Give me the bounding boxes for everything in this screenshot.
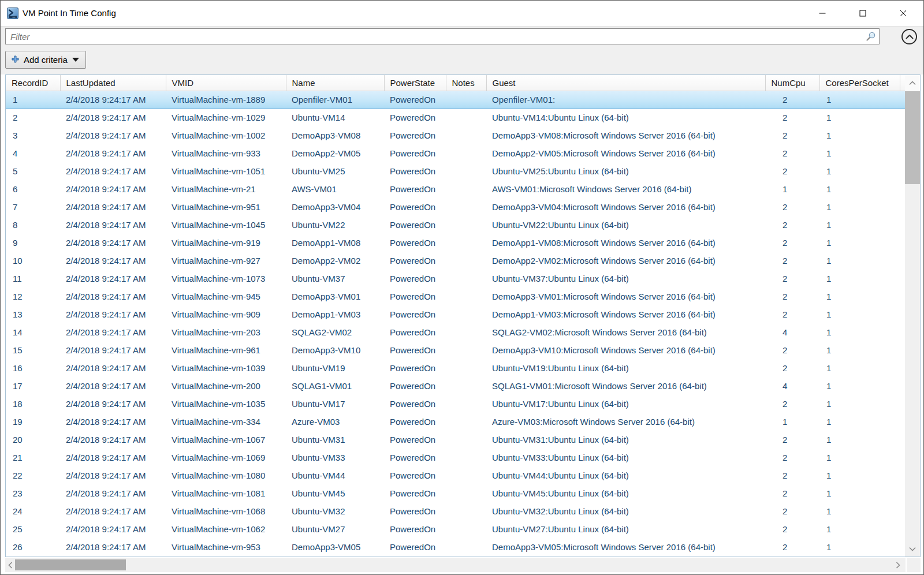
column-header-filler <box>900 75 905 91</box>
scroll-left-button[interactable] <box>5 558 16 572</box>
horizontal-scrollbar[interactable] <box>5 558 921 572</box>
table-row[interactable]: 42/4/2018 9:24:17 AMVirtualMachine-vm-93… <box>6 144 905 162</box>
table-row[interactable]: 112/4/2018 9:24:17 AMVirtualMachine-vm-1… <box>6 270 905 288</box>
cell-filler <box>900 305 905 323</box>
cell-LastUpdated: 2/4/2018 9:24:17 AM <box>60 91 166 109</box>
scroll-right-button[interactable] <box>893 558 903 572</box>
cell-filler <box>900 449 905 466</box>
cell-Name: Ubuntu-VM14 <box>286 109 384 126</box>
chevron-left-icon <box>8 562 13 569</box>
cell-LastUpdated: 2/4/2018 9:24:17 AM <box>60 234 166 252</box>
table-row[interactable]: 182/4/2018 9:24:17 AMVirtualMachine-vm-1… <box>6 395 905 413</box>
cell-filler <box>900 341 905 359</box>
table-row[interactable]: 192/4/2018 9:24:17 AMVirtualMachine-vm-3… <box>6 413 905 431</box>
cell-NumCpu: 2 <box>765 305 819 323</box>
cell-NumCpu: 2 <box>765 126 819 144</box>
close-button[interactable] <box>883 1 923 26</box>
column-header-NumCpu[interactable]: NumCpu <box>765 75 819 91</box>
horizontal-scrollbar-thumb[interactable] <box>15 559 126 570</box>
table-row[interactable]: 82/4/2018 9:24:17 AMVirtualMachine-vm-10… <box>6 216 905 234</box>
cell-VMID: VirtualMachine-vm-1029 <box>166 109 286 126</box>
column-header-Guest[interactable]: Guest <box>486 75 765 91</box>
filter-toolbar: Add criteria <box>1 26 923 74</box>
table-row[interactable]: 142/4/2018 9:24:17 AMVirtualMachine-vm-2… <box>6 323 905 341</box>
cell-RecordID: 9 <box>6 234 60 252</box>
table-row[interactable]: 232/4/2018 9:24:17 AMVirtualMachine-vm-1… <box>6 484 905 502</box>
cell-Name: DemoApp3-VM01 <box>286 288 384 305</box>
table-row[interactable]: 172/4/2018 9:24:17 AMVirtualMachine-vm-2… <box>6 377 905 395</box>
cell-Guest: Ubuntu-VM44:Ubuntu Linux (64-bit) <box>486 466 765 484</box>
scroll-up-button[interactable] <box>905 75 920 91</box>
cell-VMID: VirtualMachine-vm-945 <box>166 288 286 305</box>
column-header-RecordID[interactable]: RecordID <box>6 75 60 91</box>
cell-NumCpu: 2 <box>765 270 819 288</box>
column-header-Name[interactable]: Name <box>286 75 384 91</box>
cell-RecordID: 22 <box>6 466 60 484</box>
titlebar: VM Point In Time Config <box>1 1 923 26</box>
cell-LastUpdated: 2/4/2018 9:24:17 AM <box>60 377 166 395</box>
cell-LastUpdated: 2/4/2018 9:24:17 AM <box>60 520 166 538</box>
cell-VMID: VirtualMachine-vm-1002 <box>166 126 286 144</box>
table-row[interactable]: 32/4/2018 9:24:17 AMVirtualMachine-vm-10… <box>6 126 905 144</box>
collapse-criteria-button[interactable] <box>901 29 917 44</box>
cell-RecordID: 20 <box>6 431 60 449</box>
cell-filler <box>900 538 905 556</box>
table-row[interactable]: 12/4/2018 9:24:17 AMVirtualMachine-vm-18… <box>6 91 905 109</box>
cell-NumCpu: 4 <box>765 377 819 395</box>
vertical-scrollbar-track[interactable] <box>905 91 920 542</box>
table-row[interactable]: 262/4/2018 9:24:17 AMVirtualMachine-vm-9… <box>6 538 905 556</box>
cell-VMID: VirtualMachine-vm-953 <box>166 538 286 556</box>
scroll-down-button[interactable] <box>905 542 920 557</box>
column-header-LastUpdated[interactable]: LastUpdated <box>60 75 166 91</box>
window-title: VM Point In Time Config <box>23 8 116 18</box>
table-row[interactable]: 102/4/2018 9:24:17 AMVirtualMachine-vm-9… <box>6 252 905 270</box>
column-header-PowerState[interactable]: PowerState <box>384 75 446 91</box>
cell-PowerState: PoweredOn <box>384 484 446 502</box>
cell-PowerState: PoweredOn <box>384 234 446 252</box>
cell-RecordID: 24 <box>6 502 60 520</box>
cell-Notes <box>446 144 486 162</box>
maximize-button[interactable] <box>843 1 883 26</box>
table-row[interactable]: 122/4/2018 9:24:17 AMVirtualMachine-vm-9… <box>6 288 905 305</box>
table-row[interactable]: 92/4/2018 9:24:17 AMVirtualMachine-vm-91… <box>6 234 905 252</box>
add-criteria-button[interactable]: Add criteria <box>5 51 86 69</box>
table-row[interactable]: 72/4/2018 9:24:17 AMVirtualMachine-vm-95… <box>6 198 905 216</box>
cell-VMID: VirtualMachine-vm-1067 <box>166 431 286 449</box>
table-row[interactable]: 132/4/2018 9:24:17 AMVirtualMachine-vm-9… <box>6 305 905 323</box>
table-row[interactable]: 252/4/2018 9:24:17 AMVirtualMachine-vm-1… <box>6 520 905 538</box>
table-row[interactable]: 222/4/2018 9:24:17 AMVirtualMachine-vm-1… <box>6 466 905 484</box>
cell-RecordID: 3 <box>6 126 60 144</box>
vertical-scrollbar-thumb[interactable] <box>905 91 920 184</box>
cell-NumCpu: 2 <box>765 341 819 359</box>
cell-VMID: VirtualMachine-vm-1073 <box>166 270 286 288</box>
column-header-CoresPerSocket[interactable]: CoresPerSocket <box>819 75 900 91</box>
cell-RecordID: 17 <box>6 377 60 395</box>
cell-filler <box>900 431 905 449</box>
vm-data-grid: RecordIDLastUpdatedVMIDNamePowerStateNot… <box>5 74 921 557</box>
add-criteria-label: Add criteria <box>24 55 68 65</box>
minimize-button[interactable] <box>802 1 843 26</box>
cell-Name: DemoApp3-VM08 <box>286 126 384 144</box>
cell-Name: DemoApp3-VM04 <box>286 198 384 216</box>
cell-RecordID: 25 <box>6 520 60 538</box>
table-row[interactable]: 242/4/2018 9:24:17 AMVirtualMachine-vm-1… <box>6 502 905 520</box>
cell-filler <box>900 126 905 144</box>
cell-NumCpu: 2 <box>765 234 819 252</box>
cell-CoresPerSocket: 1 <box>819 520 900 538</box>
column-header-VMID[interactable]: VMID <box>166 75 286 91</box>
vertical-scrollbar[interactable] <box>905 75 920 557</box>
table-row[interactable]: 162/4/2018 9:24:17 AMVirtualMachine-vm-1… <box>6 359 905 377</box>
cell-RecordID: 12 <box>6 288 60 305</box>
table-row[interactable]: 52/4/2018 9:24:17 AMVirtualMachine-vm-10… <box>6 162 905 180</box>
table-row[interactable]: 62/4/2018 9:24:17 AMVirtualMachine-vm-21… <box>6 180 905 198</box>
filter-input[interactable] <box>6 29 879 44</box>
table-row[interactable]: 212/4/2018 9:24:17 AMVirtualMachine-vm-1… <box>6 449 905 466</box>
cell-CoresPerSocket: 1 <box>819 377 900 395</box>
cell-VMID: VirtualMachine-vm-961 <box>166 341 286 359</box>
table-row[interactable]: 22/4/2018 9:24:17 AMVirtualMachine-vm-10… <box>6 109 905 126</box>
cell-NumCpu: 2 <box>765 288 819 305</box>
column-header-Notes[interactable]: Notes <box>446 75 486 91</box>
table-row[interactable]: 152/4/2018 9:24:17 AMVirtualMachine-vm-9… <box>6 341 905 359</box>
table-row[interactable]: 202/4/2018 9:24:17 AMVirtualMachine-vm-1… <box>6 431 905 449</box>
cell-Name: Ubuntu-VM19 <box>286 359 384 377</box>
